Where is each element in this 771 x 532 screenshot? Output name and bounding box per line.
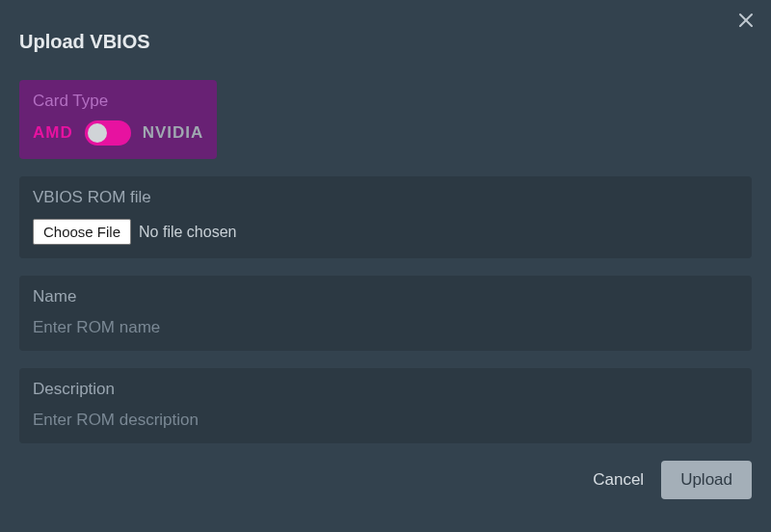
dialog-footer: Cancel Upload (19, 461, 752, 499)
name-block: Name (19, 276, 752, 351)
toggle-knob (88, 123, 107, 143)
card-type-toggle[interactable] (85, 120, 131, 146)
card-type-amd-label: AMD (33, 123, 73, 143)
vbios-file-block: VBIOS ROM file Choose File No file chose… (19, 176, 752, 258)
card-type-toggle-row: AMD NVIDIA (33, 120, 203, 146)
card-type-block: Card Type AMD NVIDIA (19, 80, 217, 159)
close-button[interactable] (736, 12, 756, 31)
upload-button[interactable]: Upload (661, 461, 752, 499)
cancel-button[interactable]: Cancel (593, 470, 644, 490)
close-icon (738, 13, 754, 31)
choose-file-button[interactable]: Choose File (33, 219, 131, 245)
name-input[interactable] (33, 318, 738, 337)
dialog-title: Upload VBIOS (19, 31, 752, 53)
description-block: Description (19, 368, 752, 443)
name-label: Name (33, 287, 738, 306)
description-label: Description (33, 380, 738, 399)
card-type-title: Card Type (33, 92, 203, 111)
file-row: Choose File No file chosen (33, 219, 738, 245)
description-input[interactable] (33, 411, 738, 430)
card-type-nvidia-label: NVIDIA (143, 123, 204, 143)
upload-vbios-dialog: Upload VBIOS Card Type AMD NVIDIA VBIOS … (0, 0, 771, 532)
vbios-file-label: VBIOS ROM file (33, 188, 738, 207)
file-status-text: No file chosen (139, 224, 236, 241)
